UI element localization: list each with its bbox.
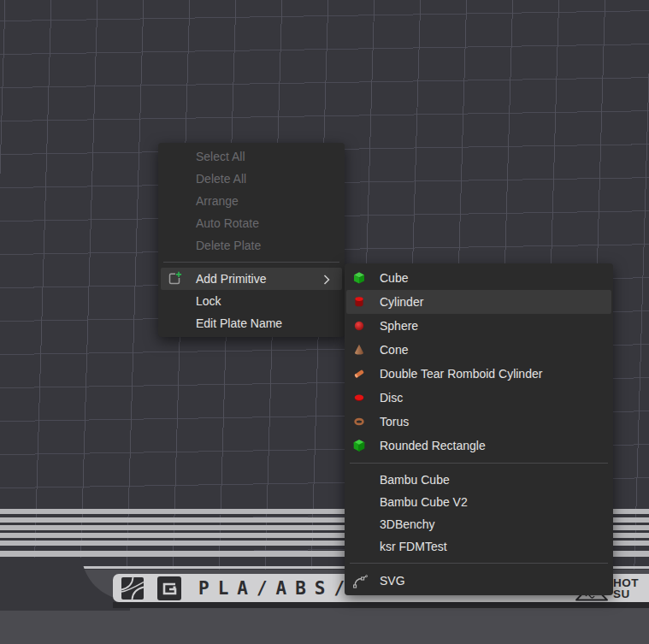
cube-icon: [352, 271, 366, 285]
menu-item-add-primitive[interactable]: Add Primitive: [161, 268, 342, 290]
hot-surface-warning-text: HOT SU: [613, 577, 639, 600]
submenu-item-rounded-rectangle[interactable]: Rounded Rectangle: [345, 434, 613, 458]
disc-icon: [352, 391, 366, 405]
submenu-item-label: ksr FDMTest: [380, 540, 447, 553]
submenu-item-3dbenchy[interactable]: 3DBenchy: [345, 513, 613, 535]
sphere-icon: [352, 319, 366, 333]
menu-item-label: Delete All: [196, 172, 246, 186]
submenu-item-label: SVG: [380, 574, 405, 588]
menu-item-delete-all[interactable]: Delete All: [158, 168, 345, 190]
bambu-pinwheel-logo-icon: [121, 577, 144, 600]
add-primitive-submenu: Cube Cylinder Sphere: [345, 263, 613, 595]
submenu-item-cone[interactable]: Cone: [345, 338, 613, 362]
submenu-item-label: Disc: [380, 391, 403, 405]
menu-item-label: Edit Plate Name: [196, 316, 282, 330]
menu-item-delete-plate[interactable]: Delete Plate: [158, 234, 345, 257]
menu-item-label: Lock: [196, 294, 221, 308]
context-menu: Select All Delete All Arrange Auto Rotat…: [158, 143, 345, 337]
svg-icon: [352, 574, 366, 588]
submenu-item-label: Rounded Rectangle: [380, 439, 486, 452]
rounded-rectangle-icon: [352, 439, 366, 452]
submenu-item-cube[interactable]: Cube: [345, 266, 613, 290]
submenu-item-bambu-cube[interactable]: Bambu Cube: [345, 469, 613, 491]
menu-item-arrange[interactable]: Arrange: [158, 190, 345, 212]
plate-corner-notch: [0, 558, 130, 611]
warning-line-2: SU: [613, 588, 639, 600]
submenu-item-label: Bambu Cube V2: [380, 495, 468, 509]
submenu-item-double-tear-romboid-cylinder[interactable]: Double Tear Romboid Cylinder: [345, 362, 613, 386]
romboid-cylinder-icon: [352, 367, 366, 381]
submenu-item-svg[interactable]: SVG: [345, 569, 613, 593]
submenu-item-label: Cylinder: [380, 295, 423, 309]
menu-item-select-all[interactable]: Select All: [158, 145, 345, 168]
submenu-item-bambu-cube-v2[interactable]: Bambu Cube V2: [345, 491, 613, 513]
menu-item-label: Auto Rotate: [196, 216, 259, 230]
submenu-item-label: Cube: [380, 271, 408, 285]
submenu-item-label: Sphere: [380, 319, 418, 333]
add-primitive-icon: [166, 270, 183, 287]
submenu-item-label: Double Tear Romboid Cylinder: [380, 367, 542, 381]
cone-icon: [352, 343, 366, 357]
submenu-separator: [350, 563, 608, 564]
submenu-item-label: Cone: [380, 343, 408, 357]
torus-icon: [352, 415, 366, 428]
viewport-3d[interactable]: PLA/ABS/PETG HOT SU Select All Delete Al…: [0, 0, 649, 644]
submenu-item-cylinder[interactable]: Cylinder: [346, 290, 611, 314]
menu-item-auto-rotate[interactable]: Auto Rotate: [158, 212, 345, 234]
submenu-item-disc[interactable]: Disc: [345, 386, 613, 410]
cylinder-icon: [352, 295, 366, 309]
plate-strip-shadow: [113, 602, 649, 608]
submenu-item-ksr-fdmtest[interactable]: ksr FDMTest: [345, 535, 613, 558]
menu-item-edit-plate-name[interactable]: Edit Plate Name: [158, 312, 345, 334]
menu-item-label: Select All: [196, 150, 245, 163]
submenu-separator: [350, 463, 608, 464]
submenu-item-torus[interactable]: Torus: [345, 410, 613, 434]
menu-item-label: Add Primitive: [196, 272, 266, 286]
menu-item-label: Delete Plate: [196, 239, 261, 252]
menu-separator: [163, 262, 339, 263]
submenu-item-label: 3DBenchy: [380, 517, 435, 531]
menu-item-label: Arrange: [196, 194, 239, 208]
submenu-chevron-icon: [323, 274, 330, 287]
submenu-item-label: Bambu Cube: [380, 473, 450, 487]
bambu-box-logo-icon: [157, 576, 181, 600]
submenu-item-label: Torus: [380, 415, 409, 428]
menu-item-lock[interactable]: Lock: [158, 290, 345, 312]
submenu-item-sphere[interactable]: Sphere: [345, 314, 613, 338]
